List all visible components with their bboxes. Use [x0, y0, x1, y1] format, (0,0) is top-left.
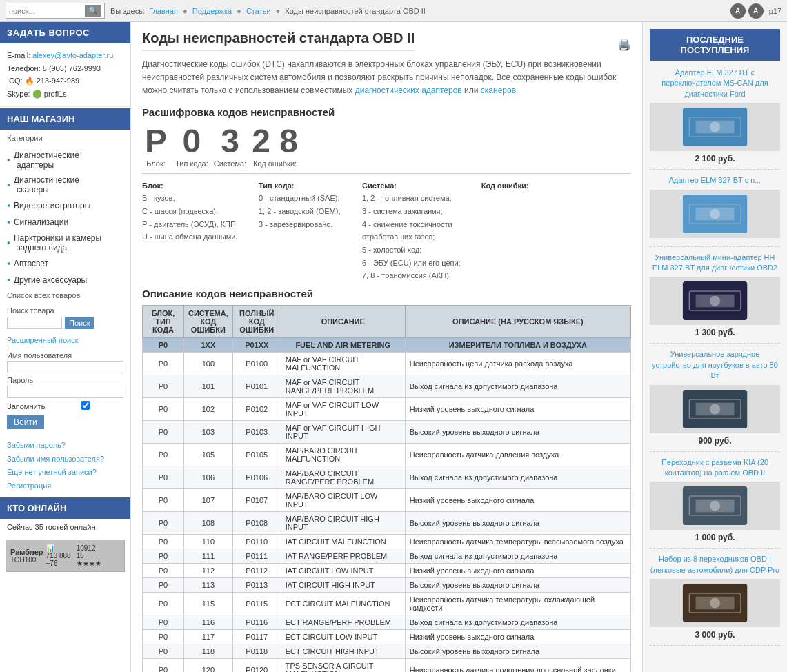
- rs-product-name[interactable]: Переходник с разъема KIA (20 контактов) …: [650, 457, 780, 479]
- cell-full: P0110: [232, 535, 281, 549]
- sidebar-item-alarm[interactable]: • Сигнализации: [0, 214, 130, 230]
- rs-product: Набор из 8 переходников OBD I (легковые …: [650, 554, 780, 646]
- rs-product-name[interactable]: Адаптер ELM 327 BT с п...: [650, 175, 780, 186]
- sidebar-item-accessories[interactable]: • Другие аксессуары: [0, 272, 130, 288]
- advanced-search-link[interactable]: Расширенный поиск: [0, 333, 130, 347]
- cell-block: P0: [143, 659, 184, 672]
- rs-product-name[interactable]: Универсальный мини-адаптер HH ELM 327 BT…: [650, 253, 780, 274]
- cell-sys: 115: [184, 593, 233, 615]
- no-account-link[interactable]: Еще нет учетной записи?: [7, 466, 123, 480]
- top-icon-a1[interactable]: A: [730, 3, 746, 19]
- rs-product-name[interactable]: Набор из 8 переходников OBD I (легковые …: [650, 554, 780, 575]
- scanners-link[interactable]: сканеров: [481, 86, 516, 95]
- sidebar-item-lights[interactable]: • Автосвет: [0, 255, 130, 272]
- register-link[interactable]: Регистрация: [7, 480, 123, 493]
- rambler-widget: Рамблер ТОП100 📊 713 888 +76 10912 16 ★★…: [6, 540, 125, 572]
- cell-sys: 110: [184, 535, 233, 549]
- sidebar-item-diag-scanners[interactable]: • Диагностические сканеры: [0, 172, 130, 197]
- cell-desc: TPS SENSOR A CIRCUIT MALFUNCTION: [281, 659, 405, 672]
- breadcrumb-home[interactable]: Главная: [149, 7, 178, 15]
- cell-ru: Высокий уровень выходного сигнала: [405, 421, 630, 444]
- print-icon[interactable]: 🖨️: [617, 38, 631, 51]
- table-group-header: P0 1XX P01XX FUEL AND AIR METERING ИЗМЕР…: [143, 338, 631, 353]
- breadcrumb-support[interactable]: Поддержка: [192, 7, 232, 15]
- diag-adapters-label: Диагностические: [14, 150, 79, 160]
- forgot-username-link[interactable]: Забыли имя пользователя?: [7, 453, 123, 466]
- rambler-num4: 16: [77, 552, 101, 560]
- email-link[interactable]: alexey@avto-adapter.ru: [32, 51, 113, 59]
- sidebar-item-parking[interactable]: • Парктроники и камеры заднего вида: [0, 230, 130, 255]
- cell-ru: Низкий уровень выходного сигнала: [405, 398, 630, 421]
- cell-desc: ECT RANGE/PERF PROBLEM: [281, 615, 405, 630]
- table-row: P0 116 P0116 ECT RANGE/PERF PROBLEM Выхо…: [143, 615, 631, 630]
- cell-desc: MAP/BARO CIRCUIT LOW INPUT: [281, 489, 405, 512]
- breadcrumb-articles[interactable]: Статьи: [246, 7, 271, 15]
- rs-price: 3 000 руб.: [650, 630, 780, 640]
- top-icon-a2[interactable]: A: [748, 3, 764, 19]
- cell-sys: 102: [184, 398, 233, 421]
- rs-product-img: [650, 385, 780, 433]
- table-row: P0 100 P0100 MAF or VAF CIRCUIT MALFUNCT…: [143, 353, 631, 375]
- cell-sys: 117: [184, 630, 233, 644]
- login-button[interactable]: Войти: [7, 415, 44, 429]
- rs-product: Адаптер ELM 327 BT с п...: [650, 175, 780, 246]
- search-input[interactable]: [9, 7, 85, 15]
- cell-block: P0: [143, 549, 184, 564]
- search-goods-row: Поиск: [7, 317, 123, 329]
- diag-scanners-label: Диагностические: [14, 175, 79, 185]
- remember-checkbox[interactable]: [48, 401, 123, 410]
- rs-product-img: [650, 579, 780, 627]
- alarm-label: Сигнализации: [14, 217, 68, 227]
- cell-desc: ECT CIRCUIT MALFUNCTION: [281, 593, 405, 615]
- rambler-num3: 10912: [77, 544, 101, 552]
- rs-product-name[interactable]: Адаптер ELM 327 BT с переключателем MS-C…: [650, 68, 780, 99]
- search-box[interactable]: 🔍: [6, 3, 105, 19]
- group-desc: FUEL AND AIR METERING: [281, 338, 405, 353]
- cell-desc: MAF or VAF CIRCUIT LOW INPUT: [281, 398, 405, 421]
- sidebar-item-video[interactable]: • Видеорегистраторы: [0, 197, 130, 214]
- goods-search-input[interactable]: [7, 317, 62, 329]
- icq-value: 213-942-989: [37, 77, 79, 85]
- username-label: Имя пользователя: [7, 351, 123, 359]
- sidebar-item-diag-adapters[interactable]: • Диагностические адаптеры: [0, 148, 130, 172]
- forgot-password-link[interactable]: Забыли пароль?: [7, 439, 123, 453]
- cell-block: P0: [143, 466, 184, 489]
- type-desc: Тип кода: 0 - стандартный (SAE); 1, 2 - …: [259, 179, 341, 283]
- search-goods-section: Поиск товара Поиск: [0, 302, 130, 333]
- who-online-title: КТО ОНЛАЙН: [0, 497, 130, 519]
- lights-label: Автосвет: [14, 259, 48, 268]
- goods-search-button[interactable]: Поиск: [65, 317, 94, 329]
- rambler-num1: 713 888: [46, 552, 71, 560]
- rs-product-img: [650, 103, 780, 151]
- svg-point-23: [710, 598, 720, 609]
- rambler-num2: +76: [46, 560, 71, 567]
- password-input[interactable]: [7, 386, 123, 398]
- cell-full: P0105: [232, 444, 281, 466]
- search-button[interactable]: 🔍: [85, 5, 101, 17]
- diag-adapters-link[interactable]: диагностических адаптеров: [355, 86, 462, 95]
- table-row: P0 105 P0105 MAP/BARO CIRCUIT MALFUNCTIO…: [143, 444, 631, 466]
- accessories-label: Другие аксессуары: [14, 275, 87, 285]
- group-block: P0: [143, 338, 184, 353]
- rs-product-name[interactable]: Универсальное зарядное устройство для но…: [650, 349, 780, 381]
- icq-label: ICQ:: [7, 77, 23, 85]
- cell-desc: IAT CIRCUIT HIGH INPUT: [281, 578, 405, 593]
- all-goods-link[interactable]: Список всех товаров: [0, 288, 130, 302]
- cell-ru: Неисправность датчика температуры охлажд…: [405, 593, 630, 615]
- table-row: P0 118 P0118 ECT CIRCUIT HIGH INPUT Высо…: [143, 644, 631, 659]
- cell-full: P0100: [232, 353, 281, 375]
- cell-sys: 101: [184, 375, 233, 398]
- remember-row: Запомнить: [7, 401, 123, 413]
- cell-ru: Неисправность датчика температуры всасыв…: [405, 535, 630, 549]
- sys-desc: Система: 1, 2 - топливная система; 3 - с…: [362, 179, 461, 283]
- cell-desc: MAF or VAF CIRCUIT MALFUNCTION: [281, 353, 405, 375]
- cell-full: P0102: [232, 398, 281, 421]
- block-label: Блок:: [142, 159, 170, 168]
- video-label: Видеорегистраторы: [14, 201, 90, 210]
- cell-sys: 120: [184, 659, 233, 672]
- cell-sys: 103: [184, 421, 233, 444]
- username-input[interactable]: [7, 361, 123, 373]
- cell-sys: 116: [184, 615, 233, 630]
- table-row: P0 101 P0101 MAF or VAF CIRCUIT RANGE/PE…: [143, 375, 631, 398]
- cell-full: P0103: [232, 421, 281, 444]
